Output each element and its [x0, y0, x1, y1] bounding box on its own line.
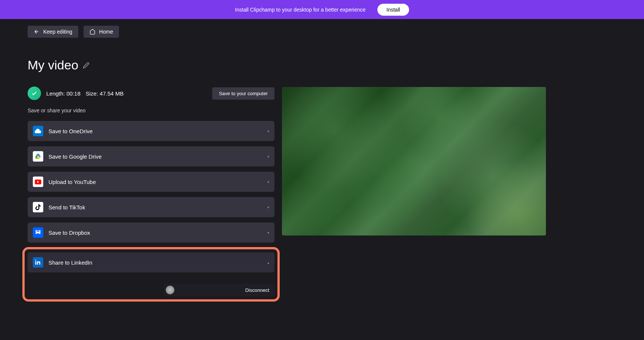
share-dropbox-label: Save to Dropbox — [48, 230, 90, 236]
share-tiktok[interactable]: Send to TikTok ▾ — [28, 197, 274, 217]
video-preview[interactable] — [282, 87, 546, 235]
share-onedrive[interactable]: Save to OneDrive ▾ — [28, 121, 274, 141]
home-button[interactable]: Home — [84, 26, 119, 38]
chevron-down-icon: ▾ — [267, 129, 269, 133]
share-onedrive-label: Save to OneDrive — [48, 128, 92, 134]
video-length: Length: 00:18 — [46, 90, 81, 97]
success-check-icon — [28, 87, 41, 100]
share-dropbox[interactable]: Save to Dropbox ▾ — [28, 222, 274, 243]
share-youtube-label: Upload to YouTube — [48, 179, 96, 185]
chevron-down-icon: ▾ — [267, 180, 269, 184]
save-to-computer-button[interactable]: Save to your computer — [212, 87, 274, 100]
share-gdrive-label: Save to Google Drive — [48, 153, 102, 160]
install-button[interactable]: Install — [377, 4, 409, 16]
chevron-down-icon: ▾ — [267, 205, 269, 209]
video-title: My video — [28, 58, 78, 72]
chevron-down-icon: ▾ — [267, 155, 269, 159]
keep-editing-button[interactable]: Keep editing — [28, 26, 78, 38]
share-youtube[interactable]: Upload to YouTube ▾ — [28, 172, 274, 192]
edit-icon[interactable] — [83, 62, 89, 69]
share-linkedin-highlighted: Share to LinkedIn ▴ Disconnect — [25, 249, 277, 299]
home-icon — [89, 29, 95, 35]
linkedin-icon — [33, 257, 43, 268]
disconnect-label: Disconnect — [245, 287, 269, 293]
linkedin-disconnect-bar[interactable]: Disconnect — [164, 284, 274, 296]
arrow-left-icon — [34, 29, 40, 35]
avatar-icon — [166, 286, 175, 294]
share-linkedin-label: Share to LinkedIn — [48, 259, 92, 266]
keep-editing-label: Keep editing — [43, 29, 72, 35]
dropbox-icon — [33, 227, 43, 238]
install-banner: Install Clipchamp to your desktop for a … — [0, 0, 644, 19]
share-section-label: Save or share your video — [28, 107, 274, 113]
onedrive-icon — [33, 126, 43, 136]
video-size: Size: 47.54 MB — [86, 90, 124, 97]
share-tiktok-label: Send to TikTok — [48, 204, 85, 210]
chevron-up-icon: ▴ — [267, 261, 269, 265]
tiktok-icon — [33, 202, 43, 212]
google-drive-icon — [33, 151, 43, 162]
home-label: Home — [99, 29, 113, 35]
share-google-drive[interactable]: Save to Google Drive ▾ — [28, 146, 274, 166]
banner-text: Install Clipchamp to your desktop for a … — [235, 7, 365, 13]
share-linkedin[interactable]: Share to LinkedIn ▴ — [28, 252, 274, 272]
youtube-icon — [33, 177, 43, 187]
chevron-down-icon: ▾ — [267, 231, 269, 235]
